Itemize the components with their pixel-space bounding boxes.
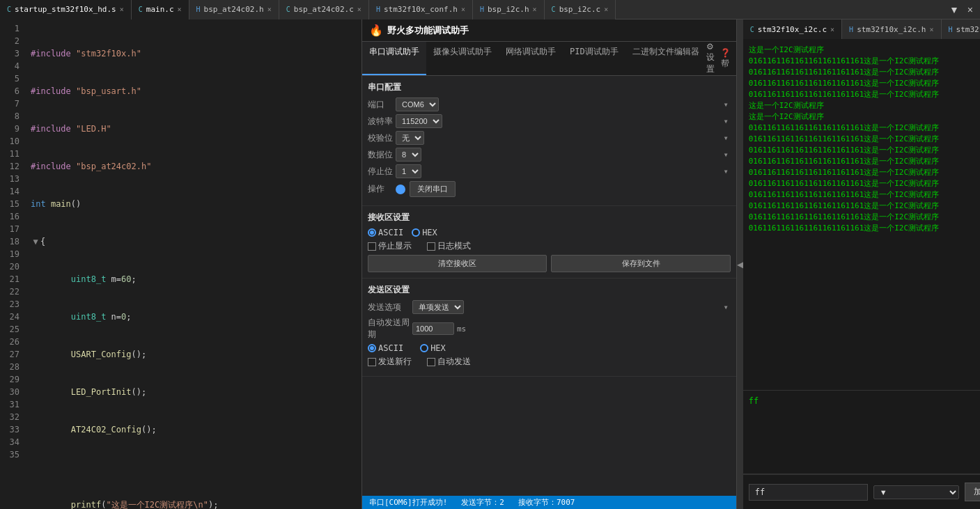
tab-close-i2c-c[interactable]: × <box>604 6 608 13</box>
send-hex-label: HEX <box>430 343 446 353</box>
port-select[interactable]: COM6 <box>396 97 439 111</box>
ascii-radio[interactable]: ASCII <box>368 228 403 237</box>
tab-close-startup[interactable]: × <box>120 6 124 13</box>
right-tab-label-i2c-c: stm32f10x_i2c.c <box>758 25 827 34</box>
tab-label-bsp-c: bsp_at24c02.c <box>294 5 354 14</box>
right-tab-stm32-h[interactable]: H stm32f10x.h × <box>942 19 981 39</box>
newline-checkbox[interactable]: 发送新行 <box>368 356 412 368</box>
recv-line: 0161161161161161161161161这是一个I2C测试程序 <box>749 89 980 100</box>
baud-row: 波特率 115200 <box>368 114 731 128</box>
tab-close-i2c-h[interactable]: × <box>533 6 537 13</box>
tab-icon-conf-h: H <box>376 6 380 13</box>
tab-bsp-h[interactable]: H bsp_at24c02.h × <box>189 0 279 19</box>
tab-close-conf-h[interactable]: × <box>461 6 465 13</box>
stop-bits-row: 停止位 1 <box>368 164 731 178</box>
auto-send-checkbox[interactable]: 自动发送 <box>427 356 471 368</box>
send-config-section: 发送区设置 发送选项 单项发送 自动发送周期 ms ASCII <box>362 279 736 377</box>
recv-line: 0161161161161161161161161这是一个I2C测试程序 <box>749 223 980 234</box>
fire-icon: 🔥 <box>369 24 383 37</box>
send-option-select[interactable]: 单项发送 <box>412 300 464 314</box>
log-mode-checkbox[interactable]: 日志模式 <box>427 240 471 252</box>
serial-panel: 🔥 野火多功能调试助手 串口调试助手 摄像头调试助手 网络调试助手 PID调试助… <box>362 19 737 509</box>
tab-main[interactable]: C main.c × <box>132 0 189 19</box>
recv-line: 0161161161161161161161161这是一个I2C测试程序 <box>749 156 980 167</box>
tab-label-bsp-h: bsp_at24c02.h <box>204 5 264 14</box>
auto-period-label: 自动发送周期 <box>368 317 410 340</box>
port-row: 端口 COM6 <box>368 97 731 111</box>
auto-period-input[interactable] <box>412 322 454 335</box>
data-bits-select[interactable]: 8 <box>396 148 421 162</box>
tab-icon-main: C <box>139 6 143 13</box>
send-hex-radio[interactable]: HEX <box>420 343 446 353</box>
help-btn[interactable]: ❓ 帮 <box>720 48 731 70</box>
newline-label: 发送新行 <box>378 356 412 368</box>
panel-collapse-btn[interactable]: ◀ <box>737 19 743 509</box>
recv-line: 0161161161161161161161161这是一个I2C测试程序 <box>749 123 980 134</box>
auto-send-label: 自动发送 <box>437 356 471 368</box>
line-6: ▼{ <box>31 235 356 248</box>
toggle-switch[interactable]: 关闭串口 <box>396 181 456 197</box>
tab-icon-bsp-h: H <box>196 6 201 13</box>
port-label: 端口 <box>368 99 396 111</box>
line-12 <box>31 461 356 473</box>
recv-line: 0161161161161161161161161这是一个I2C测试程序 <box>749 189 980 201</box>
settings-btn[interactable]: ⚙ 设置 <box>706 42 715 75</box>
tab-close-bsp-c[interactable]: × <box>357 6 361 13</box>
tab-bsp-c[interactable]: C bsp_at24c02.c × <box>279 0 369 19</box>
tab-i2c-c[interactable]: C bsp_i2c.c × <box>545 0 616 19</box>
tab-close-all-btn[interactable]: × <box>965 3 976 17</box>
line-10: LED_PortInit(); <box>31 386 356 398</box>
clear-recv-btn[interactable]: 清空接收区 <box>368 255 547 272</box>
right-tab-bar: C stm32f10x_i2c.c × H stm32f10x_i2c.h × … <box>743 19 980 39</box>
serial-tab-uart[interactable]: 串口调试助手 <box>362 42 426 75</box>
serial-tab-pid[interactable]: PID调试助手 <box>563 42 625 75</box>
stop-display-checkbox[interactable]: 停止显示 <box>368 240 412 252</box>
recv-line: 0161161161161161161161161这是一个I2C测试程序 <box>749 212 980 223</box>
tab-conf-h[interactable]: H stm32f10x_conf.h × <box>369 0 473 19</box>
auto-send-box <box>427 358 435 366</box>
serial-tab-binary[interactable]: 二进制文件编辑器 <box>625 42 706 75</box>
right-tab-close-i2c-c[interactable]: × <box>830 26 834 33</box>
close-port-btn[interactable]: 关闭串口 <box>410 181 456 197</box>
send-option-row: 发送选项 单项发送 <box>368 300 731 314</box>
tab-overflow-btn[interactable]: ▼ <box>947 3 962 17</box>
tab-close-bsp-h[interactable]: × <box>267 6 272 13</box>
tab-label-conf-h: stm32f10x_conf.h <box>384 5 458 14</box>
right-tab-i2c-h[interactable]: H stm32f10x_i2c.h × <box>842 19 941 39</box>
send-mode-select[interactable]: ▼ <box>873 485 960 499</box>
right-tab-close-i2c-h[interactable]: × <box>929 26 933 33</box>
auto-period-row: 自动发送周期 ms <box>368 317 731 340</box>
toggle-dot <box>396 185 405 194</box>
stop-bits-label: 停止位 <box>368 166 396 178</box>
recv-btn-row: 清空接收区 保存到文件 <box>368 255 731 272</box>
tab-main-c[interactable]: C startup_stm32f10x_hd.s × <box>0 0 132 19</box>
tab-i2c-h[interactable]: H bsp_i2c.h × <box>473 0 545 19</box>
load-file-btn[interactable]: 加载文件 <box>965 483 980 501</box>
data-bits-label: 数据位 <box>368 149 396 161</box>
serial-tab-network[interactable]: 网络调试助手 <box>499 42 563 75</box>
hex-radio-circle <box>412 228 420 237</box>
log-mode-label: 日志模式 <box>437 240 471 252</box>
stop-bits-select[interactable]: 1 <box>396 164 421 178</box>
recv-line: 0161161161161161161161161这是一个I2C测试程序 <box>749 167 980 178</box>
op-label: 操作 <box>368 183 396 195</box>
save-file-btn[interactable]: 保存到文件 <box>551 255 730 272</box>
line-1: #include "stm32f10x.h" <box>31 47 356 60</box>
data-bits-row: 数据位 8 <box>368 148 731 162</box>
parity-select[interactable]: 无 <box>396 131 424 145</box>
code-text[interactable]: #include "stm32f10x.h" #include "bsp_usa… <box>25 19 361 509</box>
recv-line: 这是一个I2C测试程序 <box>749 111 980 123</box>
serial-tab-camera[interactable]: 摄像头调试助手 <box>426 42 499 75</box>
port-config-title: 串口配置 <box>368 81 731 93</box>
send-ascii-radio[interactable]: ASCII <box>368 343 403 353</box>
tab-close-main[interactable]: × <box>178 6 182 13</box>
port-select-wrap: COM6 <box>396 97 731 111</box>
data-bits-select-wrap: 8 <box>396 148 731 162</box>
send-text-field[interactable] <box>749 484 868 501</box>
hex-radio[interactable]: HEX <box>412 228 437 237</box>
send-option-label: 发送选项 <box>368 302 410 313</box>
baud-select[interactable]: 115200 <box>396 114 442 128</box>
recv-bytes: 接收字节：7007 <box>518 497 575 508</box>
parity-select-wrap: 无 <box>396 131 731 145</box>
right-tab-i2c-c[interactable]: C stm32f10x_i2c.c × <box>743 19 842 39</box>
